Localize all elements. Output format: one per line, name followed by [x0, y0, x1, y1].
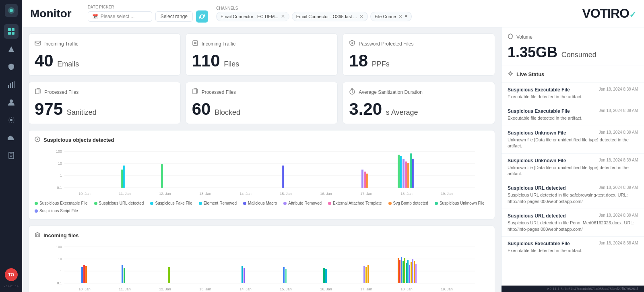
channel-tag-0[interactable]: Email Connector - EC-DEM... ✕ — [216, 12, 289, 21]
channels-row: Email Connector - EC-DEM... ✕ Email Conn… — [216, 12, 574, 21]
sidebar-item-cloud[interactable] — [4, 130, 19, 145]
live-status-header: Live Status — [502, 66, 644, 83]
suspicious-chart-card: Suspicious objects detected 100 10 — [28, 130, 495, 220]
live-item-time-0: Jan 18, 2024 8:39 AM — [599, 87, 638, 91]
svg-rect-82 — [124, 268, 125, 283]
sidebar-item-chart[interactable] — [4, 77, 19, 92]
live-item-3: Suspicious Unknown File Jan 18, 2024 8:3… — [502, 154, 644, 182]
sidebar-item-dashboard[interactable] — [4, 24, 19, 39]
version-bar: v.2.11.1.5c7d57c47cca4cb671c058aa753ed27… — [502, 286, 644, 292]
svg-rect-102 — [412, 259, 413, 283]
svg-rect-9 — [12, 82, 13, 88]
live-item-desc-2: Unknown file [Data file or unidentified … — [508, 137, 638, 149]
user-avatar[interactable]: TO — [5, 268, 18, 281]
stat-card-duration: Average Sanitization Duration 3.20 s Ave… — [343, 82, 495, 124]
stat-card-incoming-emails: Incoming Traffic 40 Emails — [28, 33, 181, 76]
svg-rect-7 — [8, 85, 9, 88]
date-picker-section: Date Picker 📅 Please select ... Select r… — [88, 5, 208, 23]
svg-rect-10 — [14, 81, 14, 88]
suspicious-chart-icon — [35, 137, 40, 143]
live-item-desc-5: Suspicious URL detected in file Penn_Med… — [508, 220, 638, 232]
sanitized-title: Processed Files — [44, 89, 78, 95]
svg-text:10. Jan: 10. Jan — [78, 192, 91, 196]
stat-card-incoming-files: Incoming Traffic 110 Files — [186, 33, 338, 76]
live-item-title-2: Suspicious Unknown File — [508, 130, 566, 136]
svg-rect-94 — [399, 260, 400, 283]
votiro-checkmark: ✓ — [629, 10, 636, 20]
live-item-time-5: Jan 18, 2024 8:39 AM — [599, 213, 638, 217]
svg-rect-84 — [242, 266, 243, 283]
duration-icon — [349, 88, 355, 96]
volume-value: 1.35GB — [508, 44, 557, 60]
incoming-emails-title: Incoming Traffic — [44, 41, 78, 47]
svg-text:0.1: 0.1 — [57, 186, 62, 190]
sidebar-item-shield[interactable] — [4, 60, 19, 74]
sidebar-item-report[interactable] — [4, 148, 19, 163]
live-item-desc-3: Unknown file [Data file or unidentified … — [508, 165, 638, 177]
volume-card: Volume 1.35GB Consumed — [502, 27, 644, 66]
live-item-title-5: Suspicious URL detected — [508, 213, 566, 219]
sidebar-bottom: TO v.14.01.14 — [4, 268, 19, 288]
live-item-1: Suspicious Executable File Jan 18, 2024 … — [502, 104, 644, 126]
svg-point-26 — [37, 139, 38, 140]
date-picker-label: Date Picker — [88, 5, 208, 9]
svg-text:19. Jan: 19. Jan — [441, 287, 453, 291]
stat-card-blocked: Processed Files 60 Blocked — [186, 82, 338, 124]
live-item-0: Suspicious Executable File Jan 18, 2024 … — [502, 83, 644, 104]
live-status-icon — [508, 71, 513, 78]
blocked-value: 60 — [192, 99, 211, 118]
date-input[interactable]: 📅 Please select ... — [88, 11, 152, 22]
channel-tag-2[interactable]: File Conne ✕ ▾ — [370, 12, 412, 21]
incoming-chart-svg: 100 10 1 0.1 10. Jan 11. Jan 12. Jan 13.… — [35, 243, 489, 291]
svg-text:11. Jan: 11. Jan — [119, 287, 131, 291]
incoming-files-unit: Files — [224, 60, 239, 68]
incoming-emails-icon — [35, 40, 41, 48]
svg-rect-89 — [325, 269, 327, 283]
live-status-feed[interactable]: Suspicious Executable File Jan 18, 2024 … — [502, 83, 644, 286]
svg-point-21 — [351, 42, 353, 44]
svg-rect-91 — [365, 267, 367, 283]
sidebar-item-settings[interactable] — [4, 113, 19, 127]
svg-text:100: 100 — [56, 245, 62, 249]
volume-title: Volume — [516, 34, 533, 40]
ppf-title: Password Protected Files — [359, 41, 413, 47]
svg-rect-55 — [405, 162, 407, 188]
svg-text:11. Jan: 11. Jan — [119, 192, 131, 196]
svg-rect-50 — [364, 172, 366, 188]
select-range-button[interactable]: Select range — [155, 11, 193, 22]
channels-section: Channels Email Connector - EC-DEM... ✕ E… — [216, 6, 574, 21]
channel-tag-1[interactable]: Email Connector - O365-last ... ✕ — [292, 12, 368, 21]
svg-rect-59 — [37, 235, 38, 237]
svg-rect-49 — [361, 170, 363, 188]
svg-rect-88 — [323, 268, 325, 283]
channel-close-1[interactable]: ✕ — [359, 14, 363, 19]
live-item-time-2: Jan 18, 2024 8:39 AM — [599, 130, 638, 135]
refresh-button[interactable] — [196, 10, 208, 23]
svg-text:18. Jan: 18. Jan — [400, 287, 413, 291]
svg-text:12. Jan: 12. Jan — [159, 287, 171, 291]
svg-rect-17 — [35, 41, 41, 45]
live-item-title-0: Suspicious Executable File — [508, 87, 570, 93]
channel-close-2[interactable]: ✕ — [398, 14, 402, 19]
stats-row-1: Incoming Traffic 40 Emails Incoming T — [28, 33, 495, 76]
votiro-logo: VOTIRO✓ — [582, 6, 636, 21]
live-item-title-6: Suspicious Executable File — [508, 241, 570, 246]
svg-rect-8 — [10, 83, 11, 88]
blocked-icon — [192, 88, 198, 96]
channel-more-icon: ▾ — [405, 14, 407, 19]
svg-text:13. Jan: 13. Jan — [199, 287, 211, 291]
ppf-value: 18 — [349, 51, 368, 70]
svg-text:12. Jan: 12. Jan — [159, 192, 171, 196]
sidebar-item-analytics[interactable] — [4, 42, 19, 56]
incoming-chart-area: 100 10 1 0.1 10. Jan 11. Jan 12. Jan 13.… — [35, 243, 489, 292]
sidebar-version: v.14.01.14 — [4, 284, 19, 288]
sidebar-item-users[interactable] — [4, 95, 19, 110]
svg-rect-101 — [411, 262, 412, 283]
channel-close-0[interactable]: ✕ — [281, 14, 285, 19]
channel-label-1: Email Connector - O365-last ... — [296, 14, 357, 19]
svg-rect-48 — [282, 166, 284, 188]
svg-rect-100 — [409, 265, 410, 283]
live-item-title-1: Suspicious Executable File — [508, 108, 570, 114]
svg-rect-22 — [35, 89, 39, 94]
svg-point-1 — [10, 9, 13, 12]
